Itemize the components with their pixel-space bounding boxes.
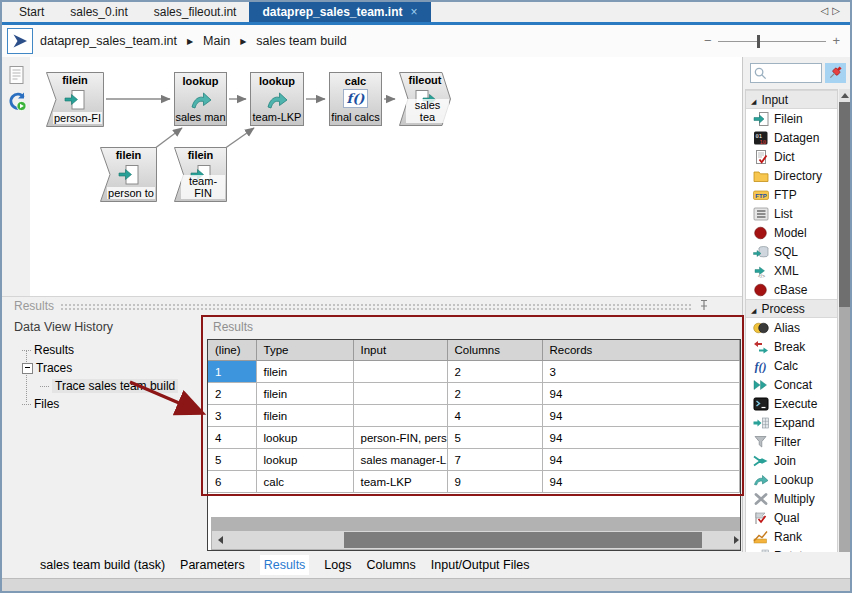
app-window: Start sales_0.int sales_fileout.int data… xyxy=(0,0,852,593)
palette-item-lookup[interactable]: Lookup xyxy=(746,470,837,489)
breadcrumb-main[interactable]: Main xyxy=(203,34,230,48)
new-document-button[interactable] xyxy=(7,65,27,87)
pin-icon[interactable] xyxy=(698,299,710,311)
search-icon xyxy=(753,66,768,81)
col-input[interactable]: Input xyxy=(353,340,447,361)
tab-dataprep-sales-team[interactable]: dataprep_sales_team.int × xyxy=(249,2,430,22)
tree-item-results[interactable]: Results xyxy=(22,342,74,358)
bottom-task-label[interactable]: sales team build (task) xyxy=(40,558,165,572)
node-filein-person-FI[interactable]: filein person-FI xyxy=(46,72,104,127)
workflow-canvas[interactable]: filein person-FI lookup sales man lookup… xyxy=(30,57,742,296)
palette-item-xml[interactable]: XML xyxy=(746,261,837,280)
bottom-tab-results[interactable]: Results xyxy=(260,555,310,575)
table-row[interactable]: 5 lookup sales manager-L... 7 94 xyxy=(208,449,740,471)
results-splitter-bar[interactable]: Results xyxy=(2,296,742,315)
splitter-grip[interactable] xyxy=(60,303,692,310)
col-records[interactable]: Records xyxy=(542,340,740,361)
table-row[interactable]: 6 calc team-LKP 9 94 xyxy=(208,471,740,493)
dict-icon xyxy=(753,150,769,164)
palette-item-cbase[interactable]: cBase xyxy=(746,280,837,299)
list-icon xyxy=(753,207,769,221)
lookup-icon xyxy=(251,89,303,113)
palette-item-alias[interactable]: Alias xyxy=(746,318,837,337)
tree-item-traces[interactable]: Traces xyxy=(22,360,72,376)
node-lookup-sales-man[interactable]: lookup sales man xyxy=(174,72,227,126)
tab-start[interactable]: Start xyxy=(6,2,57,22)
breadcrumb-task[interactable]: sales team build xyxy=(256,34,346,48)
palette-item-sql[interactable]: SQL xyxy=(746,242,837,261)
node-label: person-FI xyxy=(53,112,102,124)
palette-group-input[interactable]: Input xyxy=(746,90,837,109)
palette-pin-button[interactable] xyxy=(825,63,846,83)
palette-item-break[interactable]: Break xyxy=(746,337,837,356)
palette-item-execute[interactable]: Execute xyxy=(746,394,837,413)
zoom-slider[interactable]: − + xyxy=(702,33,842,49)
node-label: final calcs xyxy=(330,111,381,123)
search-input[interactable] xyxy=(769,65,821,83)
col-columns[interactable]: Columns xyxy=(447,340,542,361)
node-filein-person-to[interactable]: filein person to xyxy=(100,147,157,202)
palette-item-dict[interactable]: Dict xyxy=(746,147,837,166)
palette-item-model[interactable]: Model xyxy=(746,223,837,242)
palette-item-join[interactable]: Join xyxy=(746,451,837,470)
table-row[interactable]: 1 filein 2 3 xyxy=(208,361,740,383)
hscrollbar-thumb[interactable] xyxy=(344,532,702,548)
rerun-history-button[interactable] xyxy=(7,91,27,113)
filein-icon xyxy=(100,163,157,187)
results-table[interactable]: (line) Type Input Columns Records 1 file… xyxy=(207,339,741,551)
scroll-right-icon[interactable] xyxy=(728,531,741,549)
node-label: sales man xyxy=(175,111,226,123)
tab-scroll-right-icon[interactable]: ▷ xyxy=(832,5,844,16)
palette-group-process[interactable]: Process xyxy=(746,299,837,318)
palette-item-ftp[interactable]: FTP xyxy=(746,185,837,204)
filein-icon xyxy=(753,112,769,126)
zoom-in-icon[interactable]: + xyxy=(832,33,840,48)
table-horizontal-scrollbar[interactable] xyxy=(212,531,741,549)
palette-item-filein[interactable]: Filein xyxy=(746,109,837,128)
palette-scrollbar[interactable] xyxy=(839,89,850,578)
tab-scroll-arrows[interactable]: ◁▷ xyxy=(821,5,844,16)
palette-item-filter[interactable]: Filter xyxy=(746,432,837,451)
function-icon: f() xyxy=(330,89,381,108)
table-row[interactable]: 3 filein 4 94 xyxy=(208,405,740,427)
palette-item-rank[interactable]: Rank xyxy=(746,527,837,546)
palette-item-list[interactable]: List xyxy=(746,204,837,223)
refresh-run-icon xyxy=(7,91,29,113)
col-type[interactable]: Type xyxy=(256,340,353,361)
zoom-slider-handle[interactable] xyxy=(757,35,760,48)
breadcrumb-file[interactable]: dataprep_sales_team.int xyxy=(40,34,177,48)
palette-item-datagen[interactable]: Datagen xyxy=(746,128,837,147)
node-fileout-sales-tea[interactable]: fileout sales tea xyxy=(399,72,451,126)
palette-item-directory[interactable]: Directory xyxy=(746,166,837,185)
node-lookup-team-LKP[interactable]: lookup team-LKP xyxy=(250,72,304,126)
zoom-out-icon[interactable]: − xyxy=(704,33,712,48)
palette-item-expand[interactable]: Expand xyxy=(746,413,837,432)
palette-item-multiply[interactable]: Multiply xyxy=(746,489,837,508)
bottom-tab-columns[interactable]: Columns xyxy=(366,558,415,572)
palette-item-concat[interactable]: Concat xyxy=(746,375,837,394)
scroll-up-icon[interactable] xyxy=(839,89,850,102)
node-calc-final-calcs[interactable]: calc f() final calcs xyxy=(329,72,382,126)
selected-cell[interactable]: 1 xyxy=(208,361,256,383)
node-filein-team-FIN[interactable]: filein team-FIN xyxy=(174,147,227,202)
tab-close-icon[interactable]: × xyxy=(411,5,418,19)
palette-item-calc[interactable]: Calc xyxy=(746,356,837,375)
breadcrumb-separator-icon: ▶ xyxy=(187,37,193,46)
palette-item-qual[interactable]: Qual xyxy=(746,508,837,527)
tab-sales-0[interactable]: sales_0.int xyxy=(57,2,140,22)
table-row[interactable]: 2 filein 2 94 xyxy=(208,383,740,405)
scrollbar-thumb[interactable] xyxy=(839,102,850,307)
bottom-tab-bar: sales team build (task) Parameters Resul… xyxy=(2,552,850,578)
bottom-tab-parameters[interactable]: Parameters xyxy=(180,558,245,572)
table-row[interactable]: 4 lookup person-FIN, pers... 5 94 xyxy=(208,427,740,449)
tab-sales-fileout[interactable]: sales_fileout.int xyxy=(141,2,250,22)
tree-item-files[interactable]: Files xyxy=(22,396,59,412)
run-button[interactable] xyxy=(7,28,33,54)
collapse-icon[interactable] xyxy=(22,363,33,374)
scroll-left-icon[interactable] xyxy=(212,531,228,549)
bottom-tab-logs[interactable]: Logs xyxy=(324,558,351,572)
bottom-tab-io-files[interactable]: Input/Output Files xyxy=(431,558,530,572)
col-line[interactable]: (line) xyxy=(208,340,256,361)
palette-search-box[interactable] xyxy=(750,63,822,83)
tab-scroll-left-icon[interactable]: ◁ xyxy=(821,5,833,16)
